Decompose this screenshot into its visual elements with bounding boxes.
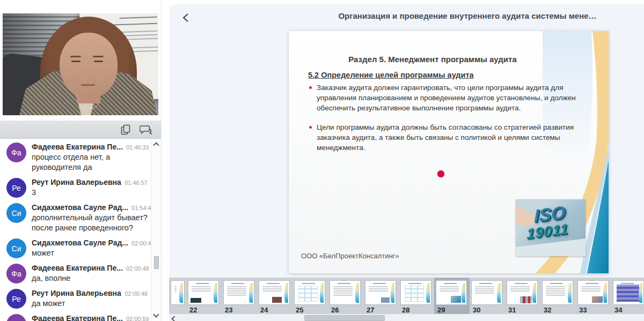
slide-thumbnail-strip[interactable]: 22 23 24 25 26 27	[169, 278, 644, 314]
slide-thumbnail[interactable]: 23	[222, 278, 257, 314]
slide-thumbnail[interactable]: 32	[540, 278, 576, 314]
copy-chat-icon[interactable]	[120, 124, 131, 136]
back-button[interactable]	[178, 10, 194, 26]
slide-thumbnail[interactable]: 33	[576, 278, 611, 314]
slide-thumbnail[interactable]: 28	[399, 278, 434, 314]
presentation-panel: Организация и проведение внутреннего ауд…	[169, 4, 644, 321]
filmstrip-scrollbar[interactable]	[169, 314, 644, 321]
chat-message: Ре Реут Ирина Валерьевна 01:46:57 3	[0, 174, 151, 199]
message-time: 01:54:46	[128, 205, 151, 211]
slide-number: 29	[436, 305, 470, 314]
avatar: Фа	[6, 143, 26, 162]
chat-scrollbar-thumb[interactable]	[154, 256, 159, 269]
chat-scrollbar[interactable]	[151, 139, 161, 321]
slide-number: 25	[294, 305, 328, 314]
slide-thumbnail[interactable]	[169, 278, 186, 314]
chat-message: Си Сидахметова Сауле Рад... 02:00:44 мож…	[0, 235, 151, 260]
slide-bullet-list: Заказчик аудита должен гарантировать, чт…	[308, 83, 586, 162]
slide-thumbnail[interactable]: 24	[257, 278, 292, 314]
message-time: 02:00:48	[123, 265, 149, 272]
slide-footer-company: ООО «БелПроектКонсалтинг»	[301, 252, 399, 260]
slide-section-title: Раздел 5. Менеджмент программы аудита	[289, 55, 576, 64]
message-text: дополнительный аудит бывает? после ранее…	[32, 213, 148, 233]
slide-number: 33	[577, 305, 611, 314]
avatar: Ре	[6, 289, 26, 309]
avatar: Фа	[6, 264, 26, 283]
slide-thumbnail[interactable]: 30	[470, 278, 505, 314]
message-time: 02:00:59	[123, 316, 149, 321]
sender-name: Сидахметова Сауле Рад...	[32, 203, 128, 212]
chat-bubbles-icon[interactable]	[140, 124, 152, 136]
slide-thumbnail[interactable]: 22	[186, 278, 222, 314]
avatar: Си	[6, 238, 26, 258]
slide-thumbnail[interactable]: 34	[611, 278, 644, 314]
avatar: Ре	[6, 178, 26, 198]
slide-thumbnail[interactable]: 25	[292, 278, 328, 314]
chat-message: Фа Фадеева Екатерина Пе... 02:00:59 вчеа…	[0, 310, 151, 321]
slide-number: 34	[613, 305, 644, 314]
slide-bullet: Цели программы аудита должны быть соглас…	[308, 122, 586, 153]
sender-name: Сидахметова Сауле Рад...	[32, 238, 128, 247]
scroll-up-icon[interactable]	[153, 142, 159, 148]
message-text: да может	[32, 298, 148, 309]
slide-number: 27	[365, 305, 399, 314]
filmstrip-scrollbar-thumb[interactable]	[304, 315, 385, 321]
message-text: процесс отдела нет, а руководителя да	[32, 152, 148, 173]
slide-number: 31	[507, 305, 540, 314]
slide-thumbnail[interactable]: 26	[328, 278, 363, 314]
chat-message: Фа Фадеева Екатерина Пе... 02:00:48 да, …	[0, 260, 151, 285]
chat-message: Си Сидахметова Сауле Рад... 01:54:46 доп…	[0, 199, 151, 235]
scroll-down-icon[interactable]	[153, 311, 159, 317]
avatar: Фа	[6, 314, 26, 321]
webcam-panel	[0, 0, 161, 121]
slide-number: 32	[542, 305, 576, 314]
necklace	[79, 100, 98, 109]
left-column: Фа Фадеева Екатерина Пе... 01:46:33 проц…	[0, 0, 161, 321]
message-time: 01:46:33	[123, 144, 149, 151]
current-slide: Раздел 5. Менеджмент программы аудита 5.…	[289, 31, 609, 273]
slide-number: 23	[223, 305, 257, 314]
iso-number-text: 19011	[526, 222, 568, 242]
message-time: 02:00:44	[128, 240, 151, 247]
presentation-area: Организация и проведение внутреннего ауд…	[161, 0, 644, 321]
slide-number: 26	[330, 305, 363, 314]
slide-number: 28	[400, 305, 434, 314]
iso-19011-image: ISO 19011	[516, 199, 586, 256]
avatar: Си	[6, 203, 26, 223]
message-text: может	[32, 248, 148, 258]
slide-number: 30	[471, 305, 505, 314]
message-time: 02:00:48	[121, 290, 148, 297]
scroll-left-icon[interactable]	[171, 316, 177, 321]
presenter-face	[60, 33, 118, 98]
sender-name: Реут Ирина Валерьевна	[32, 178, 121, 186]
slide-number: 22	[188, 305, 222, 314]
webcam-video	[3, 13, 158, 115]
slide-bullet: Заказчик аудита должен гарантировать, чт…	[308, 83, 586, 113]
laser-pointer-dot	[437, 170, 444, 177]
chat-toolbar	[0, 121, 161, 139]
message-text: 3	[32, 188, 148, 198]
message-text: да, вполне	[32, 273, 148, 283]
slide-thumbnail-selected[interactable]: 29	[434, 278, 470, 314]
slide-subtitle: 5.2 Определение целей программы аудита	[308, 71, 474, 79]
slide-number: 24	[259, 305, 292, 314]
sender-name: Реут Ирина Валерьевна	[32, 289, 121, 297]
chat-message: Фа Фадеева Екатерина Пе... 01:46:33 проц…	[0, 139, 151, 174]
message-time: 01:46:57	[121, 180, 148, 186]
chat-message: Ре Реут Ирина Валерьевна 02:00:48 да мож…	[0, 285, 151, 310]
presentation-title: Организация и проведение внутреннего ауд…	[296, 11, 639, 20]
slide-thumbnail[interactable]: 31	[505, 278, 540, 314]
sender-name: Фадеева Екатерина Пе...	[32, 143, 123, 151]
chat-message-list[interactable]: Фа Фадеева Екатерина Пе... 01:46:33 проц…	[0, 139, 151, 321]
sender-name: Фадеева Екатерина Пе...	[32, 264, 123, 272]
slide-thumbnail[interactable]: 27	[363, 278, 399, 314]
sender-name: Фадеева Екатерина Пе...	[32, 314, 123, 321]
